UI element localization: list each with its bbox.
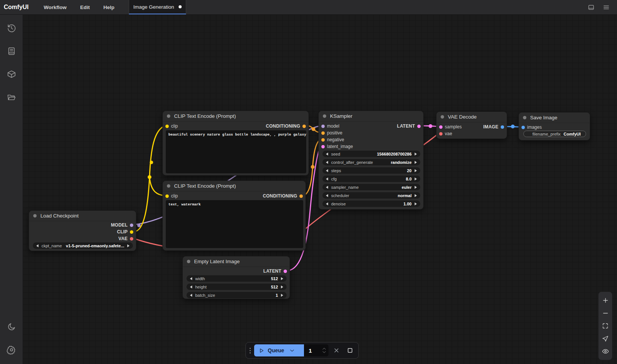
- output-port-clip[interactable]: CLIP: [117, 228, 133, 235]
- collapse-dot-icon[interactable]: [167, 184, 170, 188]
- conditioning-port-dot[interactable]: [321, 138, 325, 142]
- widget-batch-size[interactable]: batch_size 1: [187, 292, 287, 298]
- output-port-conditioning[interactable]: CONDITIONING: [263, 193, 303, 199]
- collapse-dot-icon[interactable]: [187, 260, 190, 263]
- output-port-vae[interactable]: VAE: [119, 235, 133, 242]
- increment-arrow-icon[interactable]: [281, 285, 283, 288]
- node-load-checkpoint[interactable]: Load Checkpoint MODEL CLIP VAE ckpt_name…: [29, 210, 136, 251]
- widget-scheduler[interactable]: scheduler normal: [322, 192, 420, 199]
- decrement-arrow-icon[interactable]: [190, 285, 192, 288]
- clip-port-dot[interactable]: [165, 194, 169, 198]
- latent-port-dot[interactable]: [284, 270, 287, 273]
- output-port-latent[interactable]: LATENT: [263, 268, 287, 275]
- widget-value[interactable]: 156680208700286: [377, 152, 412, 156]
- input-port-samples[interactable]: samples: [439, 123, 462, 130]
- fit-view-button[interactable]: [600, 320, 611, 332]
- widget-value[interactable]: normal: [398, 193, 412, 198]
- clip-port-dot[interactable]: [165, 125, 169, 128]
- input-port-negative[interactable]: negative: [321, 136, 344, 143]
- increment-arrow-icon[interactable]: [415, 177, 417, 180]
- widget-ckpt-name[interactable]: ckpt_name v1-5-pruned-emaonly.safete...: [33, 242, 133, 249]
- sidebar-item-settings[interactable]: [3, 341, 20, 358]
- widget-sampler-name[interactable]: sampler_name euler: [322, 184, 420, 190]
- latent-port-dot[interactable]: [439, 125, 443, 129]
- widget-seed[interactable]: seed 156680208700286: [322, 151, 420, 157]
- input-port-positive[interactable]: positive: [321, 130, 342, 136]
- node-title-bar[interactable]: CLIP Text Encode (Prompt): [163, 181, 305, 191]
- latent-port-dot[interactable]: [321, 145, 325, 148]
- prompt-textarea[interactable]: text, watermark: [166, 200, 303, 248]
- toolbar-drag-handle[interactable]: [249, 348, 251, 353]
- node-save-image[interactable]: Save Image images filename_prefix ComfyU…: [518, 112, 590, 140]
- stepper-down-icon[interactable]: [322, 351, 326, 353]
- menu-edit[interactable]: Edit: [73, 0, 97, 14]
- input-port-latent-image[interactable]: latent_image: [321, 143, 353, 150]
- decrement-arrow-icon[interactable]: [326, 202, 328, 205]
- widget-value[interactable]: euler: [402, 185, 412, 190]
- sidebar-item-node-log[interactable]: [3, 43, 20, 59]
- widget-value[interactable]: 512: [271, 276, 278, 281]
- collapse-dot-icon[interactable]: [33, 214, 37, 217]
- bottom-panel-toggle-button[interactable]: [585, 2, 597, 13]
- widget-value[interactable]: 1.00: [404, 202, 412, 206]
- widget-value[interactable]: ComfyUI: [564, 132, 581, 136]
- clear-queue-button[interactable]: [331, 345, 342, 356]
- zoom-in-button[interactable]: [600, 295, 611, 306]
- clip-port-dot[interactable]: [130, 230, 133, 234]
- input-port-images[interactable]: images: [521, 124, 542, 131]
- stepper-up-icon[interactable]: [322, 347, 326, 350]
- toggle-link-visibility-button[interactable]: [600, 345, 611, 357]
- zoom-out-button[interactable]: [600, 307, 611, 319]
- widget-value[interactable]: 1: [276, 293, 278, 298]
- increment-arrow-icon[interactable]: [415, 169, 417, 172]
- node-title-bar[interactable]: Load Checkpoint: [29, 211, 136, 221]
- collapse-dot-icon[interactable]: [323, 114, 326, 118]
- image-port-dot[interactable]: [521, 126, 525, 129]
- conditioning-port-dot[interactable]: [299, 194, 303, 198]
- decrement-arrow-icon[interactable]: [36, 244, 39, 247]
- node-title-bar[interactable]: VAE Decode: [437, 112, 507, 122]
- collapse-dot-icon[interactable]: [441, 115, 444, 119]
- node-title-bar[interactable]: Empty Latent Image: [183, 256, 290, 267]
- node-clip-text-encode-positive[interactable]: CLIP Text Encode (Prompt) clip CONDITION…: [162, 111, 309, 176]
- node-title-bar[interactable]: KSampler: [319, 111, 423, 122]
- decrement-arrow-icon[interactable]: [326, 194, 328, 197]
- menu-workflow[interactable]: Workflow: [37, 0, 74, 14]
- increment-arrow-icon[interactable]: [127, 244, 130, 247]
- increment-arrow-icon[interactable]: [281, 277, 283, 280]
- vae-port-dot[interactable]: [439, 132, 443, 136]
- pan-mode-button[interactable]: [600, 333, 611, 344]
- decrement-arrow-icon[interactable]: [190, 277, 192, 280]
- decrement-arrow-icon[interactable]: [326, 186, 328, 189]
- node-empty-latent-image[interactable]: Empty Latent Image LATENT width 512 heig…: [182, 256, 290, 299]
- widget-filename-prefix[interactable]: filename_prefix ComfyUI: [523, 131, 586, 137]
- input-port-clip[interactable]: clip: [165, 123, 178, 130]
- increment-arrow-icon[interactable]: [281, 294, 283, 297]
- increment-arrow-icon[interactable]: [415, 202, 417, 205]
- increment-arrow-icon[interactable]: [415, 153, 417, 156]
- input-port-vae[interactable]: vae: [439, 130, 452, 137]
- decrement-arrow-icon[interactable]: [326, 161, 328, 164]
- widget-value[interactable]: 20: [407, 168, 412, 173]
- node-title-bar[interactable]: Save Image: [519, 113, 590, 123]
- prompt-textarea[interactable]: beautiful scenery nature glass bottle la…: [166, 130, 306, 173]
- widget-width[interactable]: width 512: [187, 275, 287, 282]
- output-port-latent[interactable]: LATENT: [397, 123, 421, 130]
- input-port-model[interactable]: model: [321, 123, 339, 130]
- model-port-dot[interactable]: [321, 125, 325, 128]
- sidebar-item-workflows[interactable]: [3, 89, 20, 105]
- conditioning-port-dot[interactable]: [302, 125, 306, 128]
- widget-steps[interactable]: steps 20: [322, 167, 420, 174]
- sidebar-item-node-library[interactable]: [3, 66, 20, 82]
- widget-height[interactable]: height 512: [187, 284, 287, 290]
- node-ksampler[interactable]: KSampler model positive negative latent_…: [318, 111, 424, 210]
- widget-cfg[interactable]: cfg 8.0: [322, 176, 420, 182]
- node-title-bar[interactable]: CLIP Text Encode (Prompt): [163, 111, 308, 122]
- increment-arrow-icon[interactable]: [415, 186, 417, 189]
- interrupt-button[interactable]: [345, 345, 355, 356]
- increment-arrow-icon[interactable]: [415, 161, 417, 164]
- decrement-arrow-icon[interactable]: [190, 294, 192, 297]
- input-port-clip[interactable]: clip: [165, 193, 178, 199]
- decrement-arrow-icon[interactable]: [326, 177, 328, 180]
- widget-denoise[interactable]: denoise 1.00: [322, 201, 420, 207]
